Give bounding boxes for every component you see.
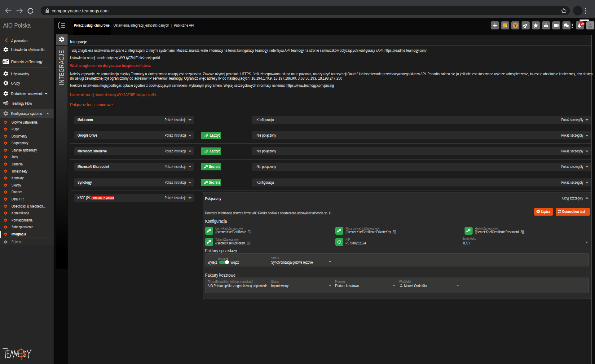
svg-text:?: ?	[514, 23, 517, 28]
